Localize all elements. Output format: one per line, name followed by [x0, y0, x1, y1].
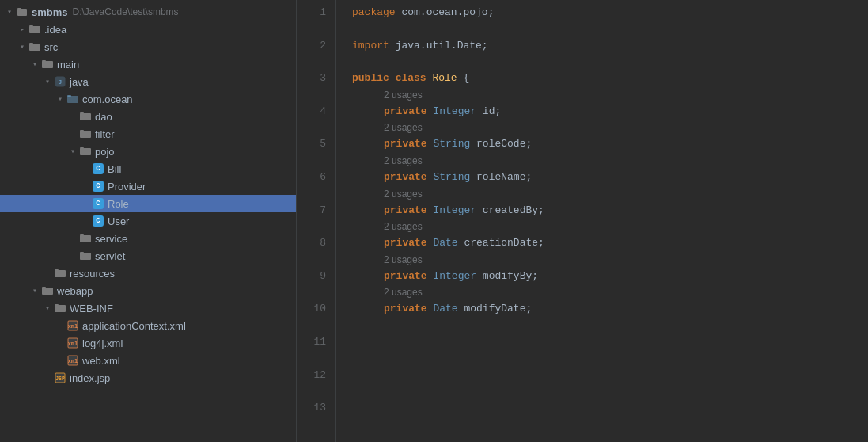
- svg-rect-22: [55, 270, 66, 277]
- tree-label: servlet: [95, 250, 125, 262]
- folder-icon: [79, 145, 92, 158]
- expand-arrow: [66, 147, 79, 156]
- svg-rect-20: [80, 253, 91, 260]
- tree-label: resources: [70, 268, 115, 280]
- svg-rect-4: [29, 44, 40, 51]
- tree-label: src: [44, 41, 58, 53]
- svg-rect-23: [55, 269, 59, 271]
- folder-icon: [41, 58, 54, 70]
- code-content[interactable]: package com.ocean.pojo; import java.util…: [336, 0, 868, 442]
- xml-icon: xml: [66, 319, 79, 332]
- svg-rect-3: [29, 25, 33, 27]
- svg-rect-25: [42, 287, 46, 288]
- file-tree: smbms D:\JavaCode\test\smbms .idea src m…: [0, 0, 297, 442]
- svg-rect-17: [80, 147, 84, 149]
- tree-item-main[interactable]: main: [0, 55, 296, 73]
- tree-item-provider[interactable]: C Provider: [0, 177, 296, 195]
- tree-item-idea[interactable]: .idea: [0, 21, 296, 38]
- folder-icon: [41, 284, 54, 297]
- code-line-9: private Integer createdBy;: [352, 203, 868, 219]
- svg-rect-18: [80, 235, 91, 242]
- code-line-1: package com.ocean.pojo;: [352, 5, 868, 21]
- svg-rect-26: [55, 305, 66, 312]
- tree-item-pojo[interactable]: pojo: [0, 143, 296, 160]
- tree-label: applicationContext.xml: [82, 320, 186, 332]
- tree-item-webinf[interactable]: WEB-INF: [0, 299, 296, 317]
- class-icon: C: [92, 215, 104, 227]
- svg-rect-5: [29, 43, 33, 44]
- code-editor: 1 · 2 · 3 · 4 · 5 · 6 · 7 · 8 · 9 · 10 ·…: [297, 0, 868, 442]
- folder-icon: [79, 110, 92, 123]
- xml-icon: xml: [66, 337, 79, 349]
- svg-text:JSP: JSP: [55, 376, 65, 382]
- tree-label: Bill: [108, 163, 121, 175]
- tree-label: dao: [95, 111, 112, 123]
- tree-label: pojo: [95, 146, 115, 158]
- tree-item-bill[interactable]: C Bill: [0, 160, 296, 177]
- tree-label: WEB-INF: [70, 303, 113, 314]
- tree-label: .idea: [44, 24, 66, 36]
- project-icon: [16, 6, 28, 18]
- tree-label: main: [57, 59, 79, 70]
- tree-item-webxml[interactable]: xml web.xml: [0, 352, 296, 369]
- code-line-2: [352, 21, 868, 38]
- tree-label: log4j.xml: [82, 337, 123, 349]
- tree-label: filter: [95, 128, 115, 140]
- tree-item-src[interactable]: src: [0, 38, 296, 55]
- code-line-8: private String roleName;: [352, 170, 868, 186]
- tree-label: service: [95, 233, 127, 245]
- svg-rect-12: [80, 113, 91, 120]
- code-line-7: private String roleCode;: [352, 136, 868, 153]
- code-line-4: [352, 54, 868, 70]
- tree-item-filter[interactable]: filter: [0, 125, 296, 143]
- tree-item-service[interactable]: service: [0, 230, 296, 247]
- tree-item-com-ocean[interactable]: com.ocean: [0, 90, 296, 108]
- tree-item-indexjsp[interactable]: JSP index.jsp: [0, 369, 296, 387]
- tree-label: Role: [108, 198, 129, 210]
- svg-rect-14: [80, 131, 91, 138]
- svg-rect-11: [67, 95, 71, 97]
- tree-item-user[interactable]: C User: [0, 212, 296, 230]
- svg-rect-19: [80, 234, 84, 236]
- module-icon: J: [54, 75, 66, 88]
- code-line-10: private Date creationDate;: [352, 235, 868, 252]
- folder-icon: [28, 40, 41, 53]
- tree-item-role[interactable]: C Role: [0, 195, 296, 212]
- folder-icon: [54, 302, 66, 314]
- expand-arrow: [41, 303, 54, 313]
- tree-item-java[interactable]: J java: [0, 73, 296, 90]
- class-icon: C: [92, 197, 104, 210]
- svg-rect-24: [42, 288, 53, 295]
- tree-item-dao[interactable]: dao: [0, 108, 296, 125]
- svg-rect-10: [67, 96, 78, 103]
- usage-hint-8: 2 usages: [352, 153, 868, 170]
- svg-text:xml: xml: [68, 323, 78, 330]
- expand-arrow: [54, 94, 66, 104]
- tree-item-appcontext[interactable]: xml applicationContext.xml: [0, 317, 296, 334]
- code-line-12: private Date modifyDate;: [352, 301, 868, 318]
- tree-item-webapp[interactable]: webapp: [0, 282, 296, 299]
- tree-label: smbms: [32, 6, 68, 18]
- tree-item-servlet[interactable]: servlet: [0, 247, 296, 265]
- tree-label: com.ocean: [82, 93, 133, 105]
- tree-label: web.xml: [82, 355, 120, 367]
- svg-rect-2: [29, 26, 40, 33]
- line-numbers: 1 · 2 · 3 · 4 · 5 · 6 · 7 · 8 · 9 · 10 ·…: [297, 0, 336, 442]
- folder-icon: [28, 23, 41, 36]
- class-icon: C: [92, 180, 104, 192]
- folder-icon: [79, 232, 92, 245]
- usage-hint-9: 2 usages: [352, 186, 868, 203]
- tree-item-smbms[interactable]: smbms D:\JavaCode\test\smbms: [0, 3, 296, 21]
- tree-item-log4j[interactable]: xml log4j.xml: [0, 334, 296, 352]
- folder-icon: [54, 267, 66, 280]
- tree-label: index.jsp: [70, 372, 110, 384]
- code-line-3: import java.util.Date;: [352, 38, 868, 55]
- svg-text:J: J: [59, 78, 63, 86]
- xml-icon: xml: [66, 354, 79, 367]
- svg-rect-6: [42, 61, 53, 68]
- svg-rect-16: [80, 148, 91, 155]
- svg-text:xml: xml: [68, 341, 78, 347]
- tree-label: User: [108, 215, 129, 227]
- expand-arrow: [3, 7, 16, 17]
- tree-item-resources[interactable]: resources: [0, 265, 296, 282]
